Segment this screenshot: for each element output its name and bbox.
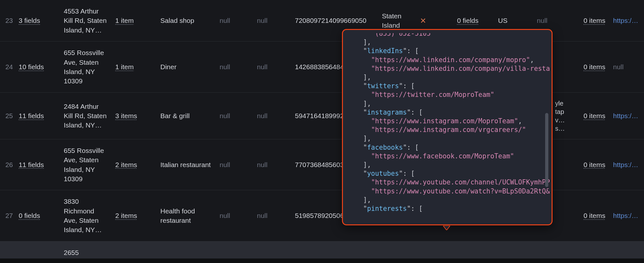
items-count-2[interactable]: 0 items [569,157,609,172]
fields-count[interactable]: 3 fields [15,13,60,28]
remove-icon[interactable] [417,18,430,23]
col-null-a: null [216,108,253,123]
business-type: Health food restaurant [156,204,216,228]
description-fragment [551,162,569,167]
address: 2484 Arthur Kill Rd, Staten Island, NY… [60,99,111,133]
col-null-a: null [216,13,253,28]
row-index: 27 [0,208,15,223]
business-type: Bar & grill [156,108,216,123]
items-count[interactable]: 1 item [111,60,156,74]
address: 3830 Richmond Ave, Staten Island, NY… [60,194,111,237]
row-index: 23 [0,13,15,28]
description-fragment: yle tap ver-si… [551,97,569,135]
url-link[interactable]: https://food. [609,108,644,123]
items-count-2[interactable]: 0 items [569,60,609,74]
description-fragment [551,213,569,218]
col-null-b: null [253,13,291,28]
scrollbar-thumb[interactable] [545,113,548,187]
col-null-a: null [216,208,253,223]
items-count-2[interactable]: 0 items [569,208,609,223]
items-count[interactable]: 2 items [111,208,156,223]
address: 655 Rossville Ave, Staten Island, NY 103… [60,143,111,186]
items-count-2[interactable]: 0 items [569,108,609,123]
business-type: Salad shop [156,13,216,28]
col-null-b: null [253,208,291,223]
json-preview-scroll[interactable]: "(855) 052-5105" ], "linkedIns": [ "http… [346,33,550,221]
url-link[interactable]: https://food. [609,208,644,223]
id-number: 7208097214099669050 [291,13,378,28]
items-count[interactable]: 2 items [111,157,156,172]
svg-marker-0 [443,226,450,230]
col-null-b: null [253,108,291,123]
items-count-2[interactable]: 0 items [569,13,609,28]
bottom-bar [0,258,644,263]
col-null-c: null [511,13,551,28]
address: 4553 Arthur Kill Rd, Staten Island, NY… [60,4,111,37]
address: 655 Rossville Ave, Staten Island, NY 103… [60,45,111,89]
business-type: Italian restaurant [156,157,216,172]
url-link[interactable]: https://food. [609,157,644,172]
json-content: "(855) 052-5105" ], "linkedIns": [ "http… [355,33,550,213]
row-index: 26 [0,157,15,172]
fields-count-2[interactable]: 0 fields [430,13,482,28]
row-index: 25 [0,108,15,123]
description-fragment [551,18,569,23]
col-null-a: null [216,60,253,74]
items-count[interactable]: 1 item [111,13,156,28]
fields-count[interactable]: 0 fields [15,208,60,223]
country-code: US [482,13,511,28]
row-index: 24 [0,60,15,74]
fields-count[interactable]: 11 fields [15,108,60,123]
url-link[interactable]: https://food. [609,13,644,28]
items-count[interactable]: 3 items [111,108,156,123]
popover-arrow-icon [443,224,450,229]
fields-count[interactable]: 11 fields [15,157,60,172]
fields-count[interactable]: 10 fields [15,60,60,74]
col-null-b: null [253,60,291,74]
col-null-a: null [216,157,253,172]
description-fragment [551,64,569,70]
json-preview-popover[interactable]: "(855) 052-5105" ], "linkedIns": [ "http… [342,29,553,225]
business-type: Diner [156,60,216,74]
url-link: null [609,60,644,74]
col-null-b: null [253,157,291,172]
